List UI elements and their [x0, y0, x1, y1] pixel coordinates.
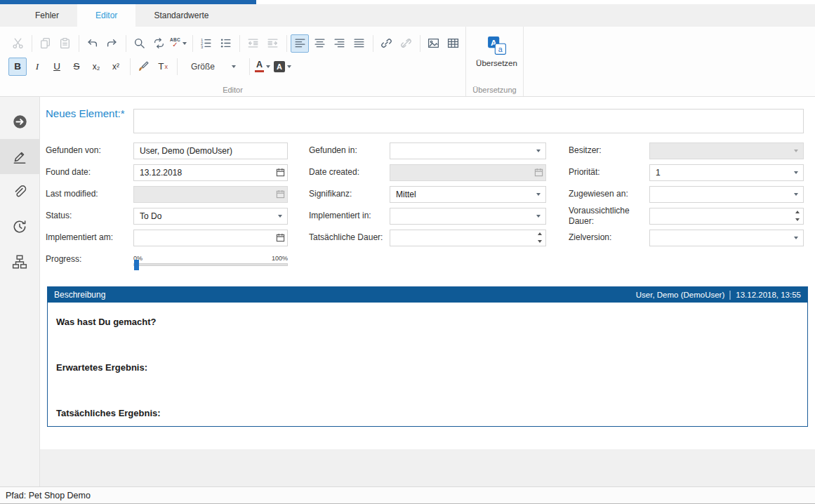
sidebar-item-hierarchy[interactable]	[0, 244, 39, 279]
spin-down-button[interactable]	[534, 238, 545, 246]
description-author: User, Demo (DemoUser)	[636, 291, 725, 299]
dropdown-button[interactable]	[789, 187, 803, 202]
paste-button[interactable]	[55, 34, 74, 53]
chevron-down-icon	[794, 193, 798, 196]
align-right-button[interactable]	[330, 34, 348, 53]
tab-standardwerte[interactable]: Standardwerte	[135, 4, 227, 27]
calendar-icon	[276, 168, 285, 177]
sidebar-item-history[interactable]	[0, 209, 39, 244]
paste-icon	[59, 37, 71, 49]
dropdown-button[interactable]	[531, 208, 545, 224]
dropdown-button[interactable]	[273, 208, 287, 224]
gefunden-von-input[interactable]	[133, 142, 288, 159]
underline-button[interactable]: U	[48, 58, 66, 76]
tab-fehler[interactable]: Fehler	[17, 4, 77, 27]
sidebar-item-goto[interactable]	[0, 104, 39, 139]
decrease-indent-icon	[247, 37, 259, 49]
field-label-zielversion: Zielversion:	[569, 232, 649, 243]
align-center-button[interactable]	[310, 34, 329, 53]
chevron-down-icon	[536, 215, 541, 218]
chevron-down-icon	[794, 150, 798, 152]
voraussichtliche-dauer-input[interactable]	[649, 208, 804, 225]
tatsaechliche-dauer-input[interactable]	[390, 230, 546, 246]
spin-down-button[interactable]	[791, 216, 803, 224]
format-painter-button[interactable]	[134, 58, 152, 76]
calendar-icon	[534, 168, 543, 177]
slider-max-label: 100%	[272, 255, 288, 262]
calendar-icon	[276, 233, 285, 242]
voraussichtliche-dauer-field	[649, 208, 804, 225]
zugewiesen-an-field	[649, 186, 804, 203]
insert-image-button[interactable]	[424, 34, 442, 53]
undo-button[interactable]	[83, 34, 101, 53]
spellcheck-button[interactable]: ABC✓	[169, 34, 187, 53]
found-date-input[interactable]	[133, 164, 288, 181]
fill-color-button[interactable]: A	[273, 58, 292, 76]
sidebar-item-attachments[interactable]	[0, 174, 39, 209]
find-replace-button[interactable]	[150, 34, 168, 53]
sidebar-item-edit[interactable]	[0, 139, 39, 174]
search-button[interactable]	[130, 34, 148, 53]
toolbar-separator	[420, 35, 420, 52]
strikethrough-button[interactable]: S	[67, 58, 86, 76]
decrease-indent-button[interactable]	[244, 34, 262, 53]
font-size-combo[interactable]: Größe	[185, 58, 241, 75]
spin-up-button[interactable]	[534, 230, 545, 238]
signifikanz-input[interactable]	[390, 186, 546, 203]
progress-track[interactable]	[133, 263, 288, 266]
align-left-icon	[294, 37, 306, 49]
bullet-list-button[interactable]	[216, 34, 234, 53]
align-left-button[interactable]	[291, 34, 309, 53]
insert-link-button[interactable]	[377, 34, 395, 53]
increase-indent-button[interactable]	[263, 34, 281, 53]
fill-color-icon: A	[274, 61, 285, 72]
status-input[interactable]	[133, 208, 288, 225]
dropdown-button[interactable]	[531, 143, 545, 159]
calendar-button[interactable]	[273, 230, 287, 246]
dropdown-button[interactable]	[531, 187, 545, 202]
toolbar-separator	[79, 35, 79, 52]
spin-up-button[interactable]	[791, 208, 803, 216]
implementiert-in-input[interactable]	[390, 208, 546, 225]
cut-button[interactable]	[8, 34, 27, 53]
description-header: Beschreibung User, Demo (DemoUser) 13.12…	[48, 287, 807, 303]
field-label-besitzer: Besitzer:	[569, 145, 649, 156]
font-color-button[interactable]: A	[253, 58, 272, 76]
numbered-list-button[interactable]: 123	[197, 34, 215, 53]
superscript-button[interactable]: x²	[107, 58, 125, 76]
dropdown-button	[789, 143, 803, 159]
dropdown-button[interactable]	[789, 165, 803, 180]
subscript-button[interactable]: x₂	[87, 58, 105, 76]
tab-editor[interactable]: Editor	[77, 4, 135, 27]
calendar-button[interactable]	[273, 165, 287, 180]
search-icon	[133, 37, 145, 49]
gefunden-in-input[interactable]	[390, 142, 546, 159]
progress-handle[interactable]	[134, 260, 139, 270]
zugewiesen-an-input[interactable]	[649, 186, 804, 203]
translate-button[interactable]: Aa Übersetzen	[472, 32, 522, 84]
bold-button[interactable]: B	[8, 58, 27, 76]
insert-table-button[interactable]	[444, 34, 462, 53]
unlink-button[interactable]	[397, 34, 415, 53]
redo-button[interactable]	[102, 34, 121, 53]
zielversion-input[interactable]	[649, 230, 804, 246]
dropdown-button[interactable]	[789, 230, 803, 246]
prioritaet-field	[649, 164, 804, 181]
prioritaet-input[interactable]	[649, 164, 804, 181]
ribbon-group-label-translation: Übersetzung	[466, 86, 523, 94]
description-body[interactable]: Was hast Du gemacht? Erwartetes Ergebnis…	[48, 303, 807, 418]
implementiert-am-input[interactable]	[133, 230, 288, 246]
content-filler	[40, 449, 815, 486]
hierarchy-icon	[12, 254, 27, 270]
field-label-implementiert-am: Implementiert am:	[46, 232, 133, 243]
copy-button[interactable]	[36, 34, 54, 53]
progress-slider[interactable]: 0%100%	[133, 253, 288, 266]
field-label-prioritaet: Priorität:	[569, 167, 649, 178]
new-element-input[interactable]	[133, 109, 804, 133]
justify-button[interactable]	[350, 34, 368, 53]
gefunden-von-field	[133, 142, 288, 159]
field-label-gefunden-von: Gefunden von:	[46, 145, 133, 156]
spinner-buttons	[791, 208, 803, 224]
italic-button[interactable]: I	[28, 58, 46, 76]
clear-formatting-button[interactable]: Tx	[154, 58, 172, 76]
